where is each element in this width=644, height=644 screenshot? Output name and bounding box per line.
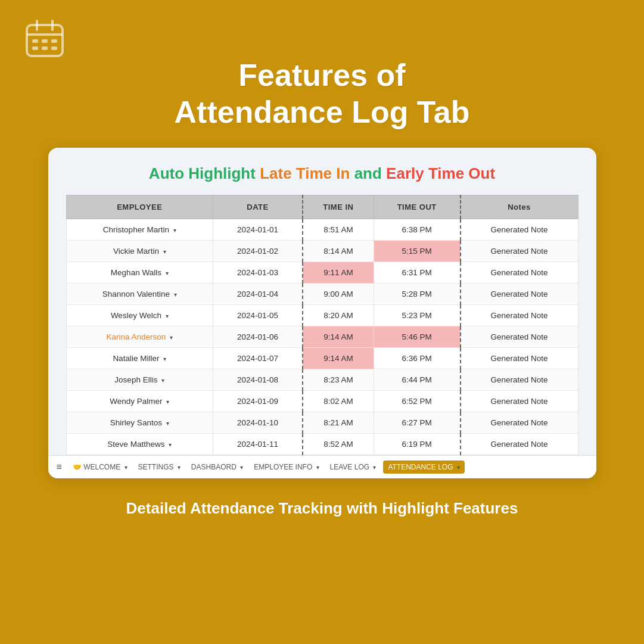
employee-name-cell: Karina Anderson ▾ bbox=[66, 326, 213, 347]
calendar-icon bbox=[24, 18, 66, 60]
employee-name-cell: Wesley Welch ▾ bbox=[66, 304, 213, 326]
time-out-cell: 5:23 PM bbox=[374, 304, 460, 326]
notes-cell: Generated Note bbox=[461, 262, 578, 283]
table-row: Karina Anderson ▾2024-01-069:14 AM5:46 P… bbox=[66, 326, 578, 347]
nav-dashboard[interactable]: DASHBAORD ▾ bbox=[188, 461, 247, 474]
time-out-cell: 5:46 PM bbox=[374, 326, 460, 347]
hamburger-icon[interactable]: ≡ bbox=[57, 462, 62, 472]
date-cell: 2024-01-05 bbox=[213, 304, 303, 326]
svg-rect-4 bbox=[32, 39, 38, 43]
col-time-in: TIME IN bbox=[303, 195, 374, 219]
col-date: DATE bbox=[213, 195, 303, 219]
nav-employee-info[interactable]: EMPLOYEE INFO ▾ bbox=[250, 461, 322, 474]
table-row: Meghan Walls ▾2024-01-039:11 AM6:31 PMGe… bbox=[66, 262, 578, 283]
employee-name-cell: Vickie Martin ▾ bbox=[66, 240, 213, 262]
employee-name-cell: Shirley Santos ▾ bbox=[66, 412, 213, 433]
time-in-cell: 8:23 AM bbox=[303, 369, 374, 390]
notes-cell: Generated Note bbox=[461, 304, 578, 326]
employee-name-cell: Natalie Miller ▾ bbox=[66, 347, 213, 369]
notes-cell: Generated Note bbox=[461, 283, 578, 304]
time-in-cell: 8:20 AM bbox=[303, 304, 374, 326]
notes-cell: Generated Note bbox=[461, 369, 578, 390]
time-out-cell: 6:38 PM bbox=[374, 219, 460, 240]
svg-rect-5 bbox=[42, 39, 48, 43]
employee-name-cell: Shannon Valentine ▾ bbox=[66, 283, 213, 304]
time-in-cell: 8:21 AM bbox=[303, 412, 374, 433]
time-out-cell: 6:31 PM bbox=[374, 262, 460, 283]
attendance-table: EMPLOYEE DATE TIME IN TIME OUT Notes Chr… bbox=[66, 195, 578, 455]
date-cell: 2024-01-02 bbox=[213, 240, 303, 262]
notes-cell: Generated Note bbox=[461, 390, 578, 412]
svg-rect-9 bbox=[51, 46, 57, 50]
notes-cell: Generated Note bbox=[461, 412, 578, 433]
attendance-card: Auto Highlight Late Time In and Early Ti… bbox=[48, 148, 596, 478]
date-cell: 2024-01-10 bbox=[213, 412, 303, 433]
table-row: Joseph Ellis ▾2024-01-088:23 AM6:44 PMGe… bbox=[66, 369, 578, 390]
time-in-cell: 9:00 AM bbox=[303, 283, 374, 304]
table-row: Steve Matthews ▾2024-01-118:52 AM6:19 PM… bbox=[66, 433, 578, 455]
date-cell: 2024-01-07 bbox=[213, 347, 303, 369]
date-cell: 2024-01-03 bbox=[213, 262, 303, 283]
time-in-cell: 9:14 AM bbox=[303, 347, 374, 369]
time-out-cell: 6:27 PM bbox=[374, 412, 460, 433]
time-out-cell: 5:15 PM bbox=[374, 240, 460, 262]
table-row: Shannon Valentine ▾2024-01-049:00 AM5:28… bbox=[66, 283, 578, 304]
notes-cell: Generated Note bbox=[461, 240, 578, 262]
time-in-cell: 8:02 AM bbox=[303, 390, 374, 412]
employee-name-cell: Meghan Walls ▾ bbox=[66, 262, 213, 283]
nav-welcome[interactable]: 🤝 WELCOME ▾ bbox=[69, 461, 131, 474]
col-time-out: TIME OUT bbox=[374, 195, 460, 219]
bottom-nav: ≡ 🤝 WELCOME ▾ SETTINGS ▾ DASHBAORD ▾ EMP… bbox=[48, 455, 596, 478]
time-out-cell: 6:19 PM bbox=[374, 433, 460, 455]
time-in-cell: 8:51 AM bbox=[303, 219, 374, 240]
time-out-cell: 5:28 PM bbox=[374, 283, 460, 304]
notes-cell: Generated Note bbox=[461, 347, 578, 369]
table-row: Natalie Miller ▾2024-01-079:14 AM6:36 PM… bbox=[66, 347, 578, 369]
time-out-cell: 6:36 PM bbox=[374, 347, 460, 369]
table-row: Wesley Welch ▾2024-01-058:20 AM5:23 PMGe… bbox=[66, 304, 578, 326]
time-out-cell: 6:52 PM bbox=[374, 390, 460, 412]
time-in-cell: 8:52 AM bbox=[303, 433, 374, 455]
col-notes: Notes bbox=[461, 195, 578, 219]
svg-rect-8 bbox=[42, 46, 48, 50]
employee-name-cell: Steve Matthews ▾ bbox=[66, 433, 213, 455]
col-employee: EMPLOYEE bbox=[66, 195, 213, 219]
notes-cell: Generated Note bbox=[461, 326, 578, 347]
table-header-row: EMPLOYEE DATE TIME IN TIME OUT Notes bbox=[66, 195, 578, 219]
date-cell: 2024-01-09 bbox=[213, 390, 303, 412]
highlight-title: Auto Highlight Late Time In and Early Ti… bbox=[66, 164, 578, 183]
notes-cell: Generated Note bbox=[461, 433, 578, 455]
time-in-cell: 8:14 AM bbox=[303, 240, 374, 262]
footer-text: Detailed Attendance Tracking with Highli… bbox=[91, 499, 554, 519]
date-cell: 2024-01-04 bbox=[213, 283, 303, 304]
nav-settings[interactable]: SETTINGS ▾ bbox=[135, 461, 184, 474]
employee-name-cell: Wendy Palmer ▾ bbox=[66, 390, 213, 412]
svg-rect-7 bbox=[32, 46, 38, 50]
page-title: Features of Attendance Log Tab bbox=[175, 57, 470, 131]
header-section: Features of Attendance Log Tab bbox=[0, 0, 644, 131]
time-in-cell: 9:14 AM bbox=[303, 326, 374, 347]
date-cell: 2024-01-11 bbox=[213, 433, 303, 455]
table-row: Wendy Palmer ▾2024-01-098:02 AM6:52 PMGe… bbox=[66, 390, 578, 412]
nav-attendance-log[interactable]: ATTENDANCE LOG ▾ bbox=[383, 461, 464, 474]
date-cell: 2024-01-01 bbox=[213, 219, 303, 240]
svg-rect-6 bbox=[51, 39, 57, 43]
notes-cell: Generated Note bbox=[461, 219, 578, 240]
time-in-cell: 9:11 AM bbox=[303, 262, 374, 283]
table-row: Vickie Martin ▾2024-01-028:14 AM5:15 PMG… bbox=[66, 240, 578, 262]
time-out-cell: 6:44 PM bbox=[374, 369, 460, 390]
table-row: Shirley Santos ▾2024-01-108:21 AM6:27 PM… bbox=[66, 412, 578, 433]
nav-leave-log[interactable]: LEAVE LOG ▾ bbox=[326, 461, 380, 474]
employee-name-cell: Christopher Martin ▾ bbox=[66, 219, 213, 240]
date-cell: 2024-01-08 bbox=[213, 369, 303, 390]
table-row: Christopher Martin ▾2024-01-018:51 AM6:3… bbox=[66, 219, 578, 240]
employee-name-cell: Joseph Ellis ▾ bbox=[66, 369, 213, 390]
date-cell: 2024-01-06 bbox=[213, 326, 303, 347]
